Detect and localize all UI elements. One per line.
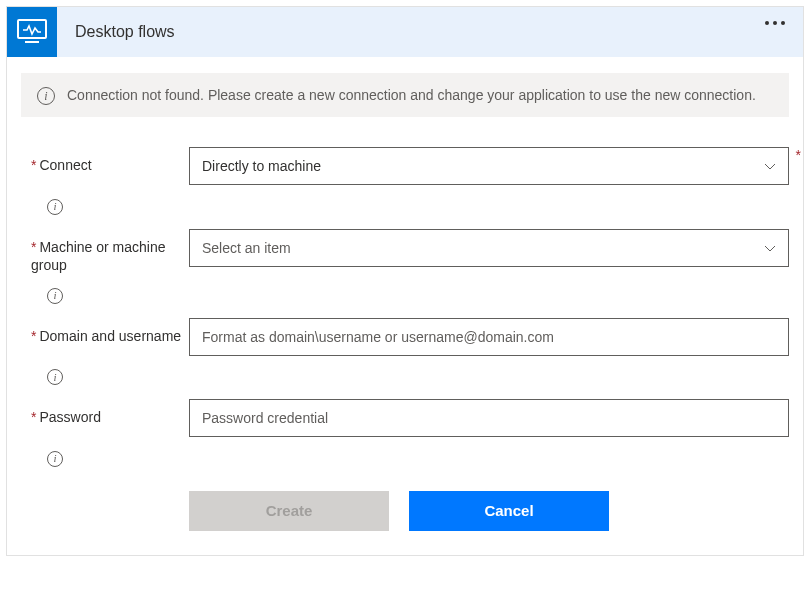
machine-label: *Machine or machine group bbox=[31, 229, 189, 274]
dialog-title: Desktop flows bbox=[75, 23, 175, 41]
required-marker: * bbox=[796, 147, 801, 163]
machine-info-icon[interactable]: i bbox=[47, 288, 63, 304]
connect-info-icon[interactable]: i bbox=[47, 199, 63, 215]
connect-select[interactable]: Directly to machine bbox=[189, 147, 789, 185]
domain-info-icon[interactable]: i bbox=[47, 369, 63, 385]
connection-form: * *Connect Directly to machine i *Machin… bbox=[7, 127, 803, 554]
domain-username-input[interactable] bbox=[189, 318, 789, 356]
warning-text: Connection not found. Please create a ne… bbox=[67, 85, 756, 105]
domain-label: *Domain and username bbox=[31, 318, 189, 345]
password-input[interactable] bbox=[189, 399, 789, 437]
chevron-down-icon bbox=[764, 243, 776, 255]
dialog-header: Desktop flows bbox=[7, 7, 803, 57]
chevron-down-icon bbox=[764, 161, 776, 173]
machine-select[interactable]: Select an item bbox=[189, 229, 789, 267]
info-icon: i bbox=[37, 87, 55, 105]
warning-banner: i Connection not found. Please create a … bbox=[21, 73, 789, 117]
create-button: Create bbox=[189, 491, 389, 531]
cancel-button[interactable]: Cancel bbox=[409, 491, 609, 531]
password-info-icon[interactable]: i bbox=[47, 451, 63, 467]
more-options-button[interactable] bbox=[765, 21, 785, 25]
password-label: *Password bbox=[31, 399, 189, 426]
dialog-card: Desktop flows i Connection not found. Pl… bbox=[6, 6, 804, 556]
desktop-flow-icon bbox=[7, 7, 57, 57]
connect-label: *Connect bbox=[31, 147, 189, 174]
